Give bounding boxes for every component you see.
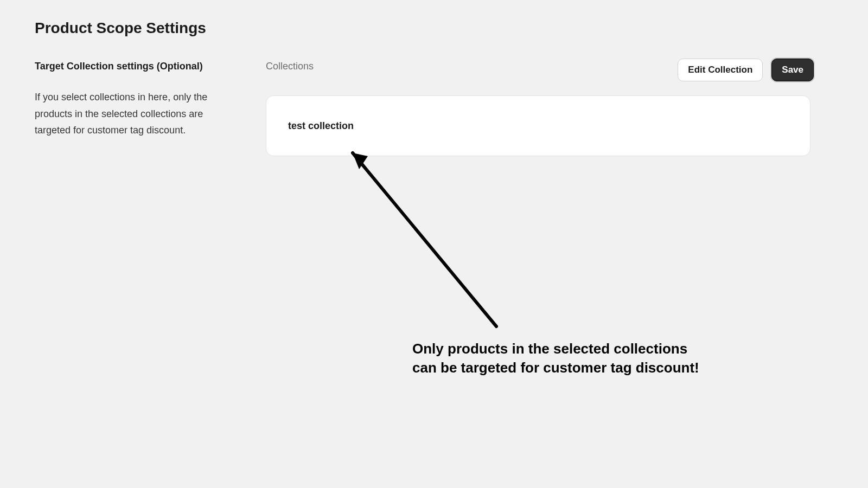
collection-card: test collection	[266, 95, 810, 156]
annotation-arrow-icon	[347, 147, 510, 343]
section-description: If you select collections in here, only …	[35, 89, 241, 139]
section-heading: Target Collection settings (Optional)	[35, 61, 203, 72]
page-title: Product Scope Settings	[35, 20, 206, 37]
save-button[interactable]: Save	[771, 59, 814, 81]
edit-collection-button[interactable]: Edit Collection	[678, 59, 763, 81]
svg-line-0	[353, 153, 496, 326]
annotation-text: Only products in the selected collection…	[412, 339, 699, 377]
collections-label: Collections	[266, 61, 314, 72]
action-buttons: Edit Collection Save	[678, 59, 814, 81]
collection-name: test collection	[288, 120, 354, 132]
